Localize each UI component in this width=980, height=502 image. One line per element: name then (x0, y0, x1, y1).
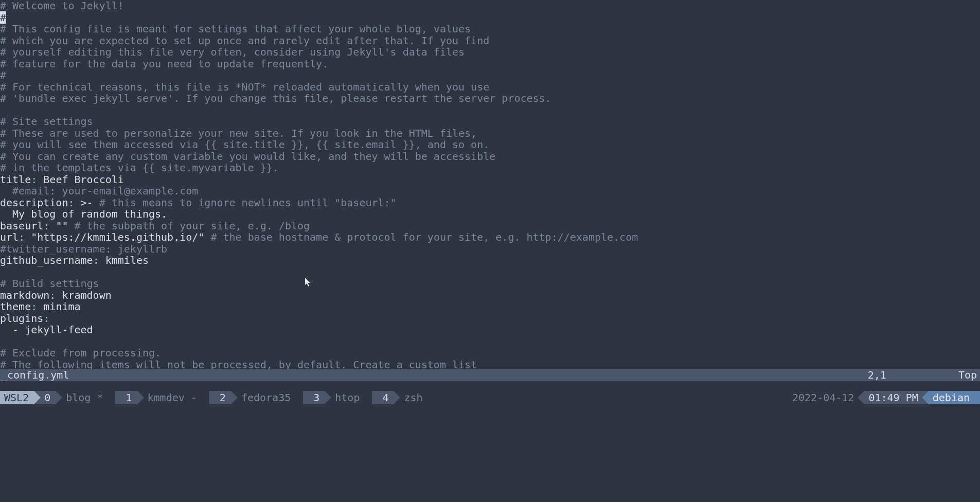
code-buffer[interactable]: # Welcome to Jekyll!## This config file … (0, 0, 980, 370)
code-line[interactable] (0, 336, 980, 348)
code-line[interactable]: # 'bundle exec jekyll serve'. If you cha… (0, 93, 980, 104)
tmux-window-num[interactable]: 4 (372, 391, 394, 404)
code-line[interactable]: # (0, 69, 980, 81)
code-line[interactable]: # which you are expected to set up once … (0, 35, 980, 47)
tmux-host-right: debian (929, 391, 980, 404)
code-line[interactable]: My blog of random things. (0, 208, 980, 220)
code-line[interactable]: # You can create any custom variable you… (0, 151, 980, 163)
vim-statusline: _config.yml 2,1 Top (0, 369, 980, 381)
tmux-window-name[interactable]: fedora35 (231, 391, 296, 404)
tmux-date: 2022-04-12 (788, 391, 864, 404)
tmux-session-name[interactable]: blog * (56, 391, 108, 404)
code-line[interactable]: baseurl: "" # the subpath of your site, … (0, 220, 980, 232)
code-line[interactable]: # The following items will not be proces… (0, 359, 980, 371)
tmux-window-name[interactable]: kmmdev - (137, 391, 202, 404)
terminal-editor[interactable]: # Welcome to Jekyll!## This config file … (0, 0, 980, 502)
code-line[interactable]: github_username: kmmiles (0, 255, 980, 266)
code-line[interactable] (0, 266, 980, 278)
code-line[interactable]: # you will see them accessed via {{ site… (0, 139, 980, 151)
code-line[interactable]: # in the templates via {{ site.myvariabl… (0, 162, 980, 174)
code-line[interactable]: # Exclude from processing. (0, 347, 980, 359)
tmux-window-num[interactable]: 2 (209, 391, 231, 404)
tmux-time: 01:49 PM (864, 391, 928, 404)
code-line[interactable]: # Site settings (0, 116, 980, 128)
code-line[interactable]: # yourself editing this file very often,… (0, 46, 980, 58)
tmux-session-host[interactable]: WSL2 (0, 391, 34, 404)
tmux-statusbar: WSL2 0 blog * 1kmmdev -2fedora353htop4zs… (0, 391, 980, 404)
code-line[interactable]: # (0, 12, 980, 24)
code-line[interactable]: markdown: kramdown (0, 290, 980, 301)
code-line[interactable]: # This config file is meant for settings… (0, 23, 980, 35)
code-line[interactable] (0, 104, 980, 116)
code-line[interactable]: # Welcome to Jekyll! (0, 0, 980, 12)
tmux-window-num[interactable]: 1 (115, 391, 137, 404)
code-line[interactable]: theme: minima (0, 301, 980, 313)
code-line[interactable]: #email: your-email@example.com (0, 185, 980, 197)
tmux-window-num[interactable]: 3 (303, 391, 325, 404)
status-scroll: Top (958, 369, 977, 381)
status-filename: _config.yml (0, 369, 69, 381)
code-line[interactable]: # For technical reasons, this file is *N… (0, 81, 980, 93)
status-position: 2,1 (868, 369, 886, 381)
code-line[interactable]: title: Beef Broccoli (0, 174, 980, 186)
code-line[interactable]: url: "https://kmmiles.github.io/" # the … (0, 231, 980, 243)
code-line[interactable]: # Build settings (0, 278, 980, 290)
code-line[interactable]: #twitter_username: jekyllrb (0, 243, 980, 255)
code-line[interactable]: plugins: (0, 313, 980, 325)
code-line[interactable]: description: >- # this means to ignore n… (0, 197, 980, 209)
code-line[interactable]: # feature for the data you need to updat… (0, 58, 980, 70)
code-line[interactable]: # These are used to personalize your new… (0, 128, 980, 139)
code-line[interactable]: - jekyll-feed (0, 324, 980, 336)
tmux-windows: 1kmmdev -2fedora353htop4zsh (108, 391, 427, 404)
